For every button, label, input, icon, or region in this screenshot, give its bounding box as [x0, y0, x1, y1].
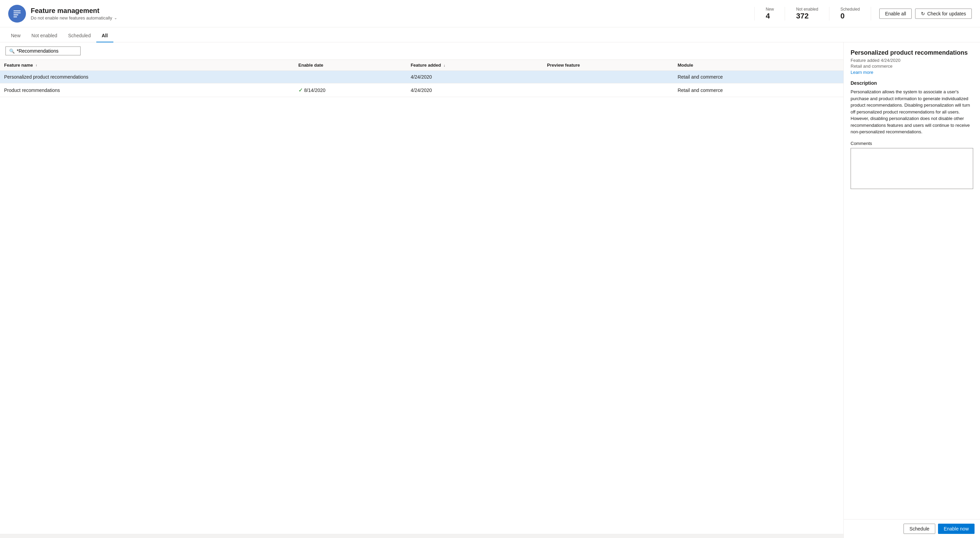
- svg-rect-0: [14, 10, 21, 11]
- col-feature-added-label: Feature added: [411, 62, 441, 68]
- col-feature-name-label: Feature name: [4, 62, 33, 68]
- col-module-label: Module: [678, 62, 693, 68]
- tab-all[interactable]: All: [96, 29, 113, 42]
- search-input[interactable]: [17, 48, 77, 54]
- header: Feature management Do not enable new fea…: [0, 0, 980, 27]
- col-enable-date[interactable]: Enable date: [294, 60, 407, 71]
- stat-scheduled-label: Scheduled: [840, 7, 860, 12]
- stat-not-enabled-value: 372: [796, 12, 808, 21]
- enabled-checkmark-icon: ✓: [298, 87, 303, 93]
- detail-description-text: Personalization allows the system to ass…: [851, 89, 973, 135]
- stat-scheduled-value: 0: [840, 12, 845, 21]
- left-panel: 🔍 Feature name ↑ Enable date: [0, 42, 843, 538]
- app-logo: [8, 5, 26, 22]
- header-actions: Enable all ↻ Check for updates: [879, 8, 972, 19]
- tabs-bar: New Not enabled Scheduled All: [0, 27, 980, 42]
- header-subtitle[interactable]: Do not enable new features automatically…: [31, 15, 754, 21]
- comments-textarea[interactable]: [851, 148, 973, 189]
- refresh-icon: ↻: [921, 11, 925, 16]
- search-icon: 🔍: [9, 48, 15, 54]
- detail-title: Personalized product recommendations: [851, 49, 973, 56]
- cell-feature-name: Personalized product recommendations: [0, 71, 294, 83]
- table-header-row: Feature name ↑ Enable date Feature added…: [0, 60, 843, 71]
- feature-table: Feature name ↑ Enable date Feature added…: [0, 60, 843, 97]
- stat-scheduled: Scheduled 0: [829, 7, 871, 21]
- cell-enable-date: [294, 71, 407, 83]
- header-stats: New 4 Not enabled 372 Scheduled 0: [754, 7, 871, 21]
- subtitle-text: Do not enable new features automatically: [31, 15, 112, 21]
- check-updates-label: Check for updates: [927, 11, 966, 16]
- stat-new-label: New: [765, 7, 774, 12]
- chevron-down-icon: ⌄: [114, 16, 117, 20]
- svg-rect-2: [14, 14, 18, 15]
- main-container: 🔍 Feature name ↑ Enable date: [0, 42, 980, 538]
- detail-feature-added: Feature added 4/24/2020: [851, 58, 973, 63]
- tab-new[interactable]: New: [5, 29, 26, 42]
- cell-preview-feature: [543, 83, 673, 97]
- detail-content: Personalized product recommendations Fea…: [844, 42, 980, 519]
- col-preview-feature[interactable]: Preview feature: [543, 60, 673, 71]
- col-feature-added[interactable]: Feature added ↓: [407, 60, 543, 71]
- feature-table-container: Feature name ↑ Enable date Feature added…: [0, 60, 843, 534]
- table-row[interactable]: Product recommendations✓8/14/20204/24/20…: [0, 83, 843, 97]
- svg-rect-3: [14, 16, 18, 17]
- cell-feature-added: 4/24/2020: [407, 83, 543, 97]
- col-feature-name[interactable]: Feature name ↑: [0, 60, 294, 71]
- check-updates-button[interactable]: ↻ Check for updates: [915, 8, 972, 19]
- cell-enable-date: ✓8/14/2020: [294, 83, 407, 97]
- cell-feature-name: Product recommendations: [0, 83, 294, 97]
- tab-not-enabled[interactable]: Not enabled: [26, 29, 63, 42]
- logo-icon: [12, 9, 22, 18]
- cell-module: Retail and commerce: [673, 83, 843, 97]
- learn-more-link[interactable]: Learn more: [851, 70, 873, 75]
- stat-not-enabled-label: Not enabled: [796, 7, 818, 12]
- col-module[interactable]: Module: [673, 60, 843, 71]
- schedule-button[interactable]: Schedule: [904, 524, 935, 534]
- search-bar: 🔍: [0, 42, 843, 60]
- stat-new: New 4: [754, 7, 785, 21]
- svg-rect-1: [14, 12, 21, 13]
- cell-feature-added: 4/24/2020: [407, 71, 543, 83]
- col-preview-feature-label: Preview feature: [547, 62, 580, 68]
- detail-footer: Schedule Enable now: [844, 519, 980, 538]
- sort-desc-icon: ↓: [444, 64, 445, 67]
- search-input-wrapper: 🔍: [5, 46, 81, 55]
- right-panel: Personalized product recommendations Fea…: [843, 42, 980, 538]
- cell-preview-feature: [543, 71, 673, 83]
- enable-now-button[interactable]: Enable now: [938, 524, 975, 534]
- description-section-title: Description: [851, 80, 973, 86]
- stat-not-enabled: Not enabled 372: [785, 7, 829, 21]
- page-title: Feature management: [31, 7, 754, 15]
- enable-all-button[interactable]: Enable all: [879, 8, 912, 19]
- tab-scheduled[interactable]: Scheduled: [63, 29, 96, 42]
- scroll-indicator: [0, 534, 843, 538]
- comments-label: Comments: [851, 141, 973, 146]
- header-title-block: Feature management Do not enable new fea…: [31, 7, 754, 21]
- detail-module: Retail and commerce: [851, 64, 973, 69]
- col-enable-date-label: Enable date: [298, 62, 323, 68]
- stat-new-value: 4: [765, 12, 770, 21]
- sort-asc-icon: ↑: [35, 64, 37, 67]
- cell-module: Retail and commerce: [673, 71, 843, 83]
- table-row[interactable]: Personalized product recommendations4/24…: [0, 71, 843, 83]
